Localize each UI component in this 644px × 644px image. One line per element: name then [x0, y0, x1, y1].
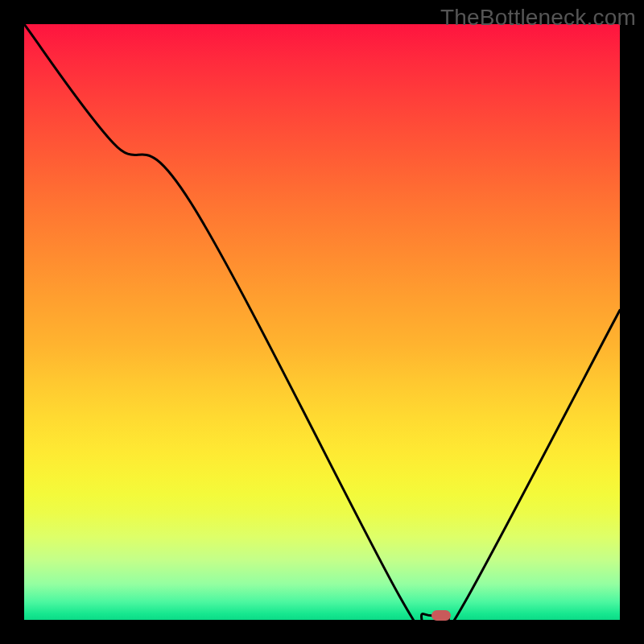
optimal-marker	[431, 610, 451, 621]
chart-container: TheBottleneck.com	[0, 0, 644, 644]
gradient-background	[24, 24, 620, 620]
watermark-text: TheBottleneck.com	[440, 5, 636, 31]
plot-area	[24, 24, 620, 620]
